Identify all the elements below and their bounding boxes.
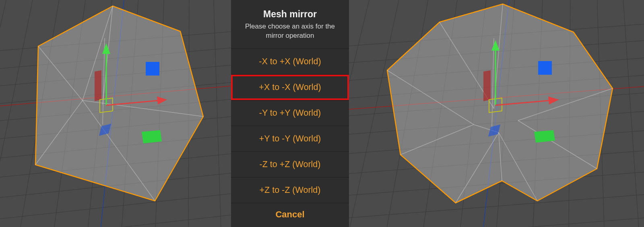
axis-option-pos-z[interactable]: +Z to -Z (World)	[231, 177, 349, 203]
svg-line-19	[213, 0, 221, 227]
red-plane-icon	[95, 70, 101, 101]
root: Mesh mirror Please choose an axis for th…	[0, 0, 644, 227]
axis-option-label: +X to -X (World)	[259, 82, 321, 92]
panel-subtitle: Please choose an axis for the mirror ope…	[237, 22, 343, 41]
panel-header: Mesh mirror Please choose an axis for th…	[231, 0, 349, 43]
svg-line-35	[349, 0, 371, 227]
axis-option-list: -X to +X (World) +X to -X (World) -Y to …	[231, 49, 349, 203]
svg-line-36	[349, 0, 400, 227]
panel-title: Mesh mirror	[237, 9, 343, 20]
svg-line-34	[349, 216, 644, 227]
handle-green-icon[interactable]	[142, 130, 162, 143]
axis-option-label: +Y to -Y (World)	[259, 134, 321, 143]
handle-green-icon[interactable]	[534, 130, 555, 143]
axis-option-label: +Z to -Z (World)	[260, 185, 321, 195]
axis-option-pos-x[interactable]: +X to -X (World)	[231, 74, 349, 100]
axis-option-label: -Y to +Y (World)	[259, 108, 321, 118]
svg-line-9	[0, 192, 231, 221]
handle-blue-icon[interactable]	[146, 62, 159, 76]
axis-option-label: -X to +X (World)	[259, 57, 321, 66]
axis-option-neg-z[interactable]: -Z to +Z (World)	[231, 151, 349, 177]
cancel-button[interactable]: Cancel	[231, 203, 349, 225]
axis-option-pos-y[interactable]: +Y to -Y (World)	[231, 126, 349, 151]
mesh-outline	[35, 6, 203, 201]
viewport-after-canvas	[349, 0, 644, 227]
handle-blue-icon[interactable]	[538, 61, 552, 75]
mirror-panel: Mesh mirror Please choose an axis for th…	[231, 0, 349, 227]
svg-line-11	[0, 0, 8, 227]
axis-option-neg-x[interactable]: -X to +X (World)	[231, 49, 349, 74]
svg-line-12	[0, 0, 34, 227]
svg-line-33	[349, 192, 644, 219]
viewport-before[interactable]	[0, 0, 231, 227]
svg-line-44	[623, 0, 640, 227]
axis-option-label: -Z to +Z (World)	[260, 160, 321, 169]
viewport-after[interactable]	[349, 0, 644, 227]
viewport-before-canvas	[0, 0, 231, 227]
axis-option-neg-y[interactable]: -Y to +Y (World)	[231, 100, 349, 126]
red-plane-icon	[483, 70, 491, 101]
cancel-label: Cancel	[275, 209, 304, 219]
